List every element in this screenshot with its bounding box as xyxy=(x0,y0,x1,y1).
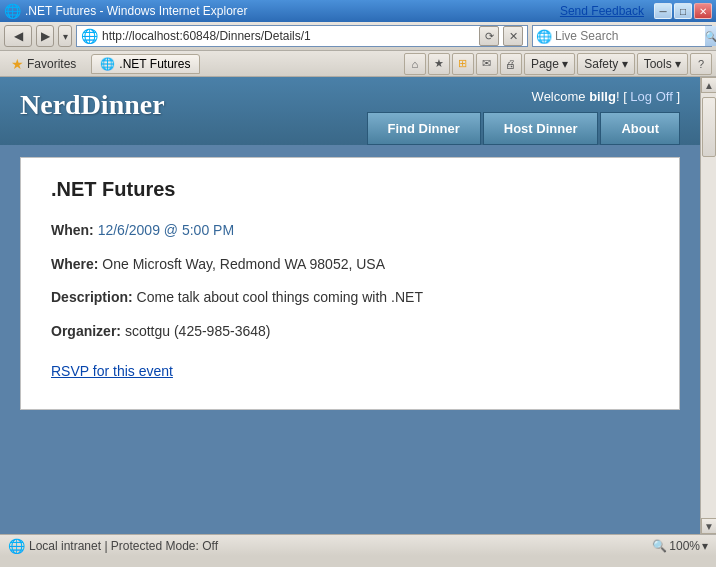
find-dinner-button[interactable]: Find Dinner xyxy=(367,112,481,145)
status-bar: 🌐 Local intranet | Protected Mode: Off 🔍… xyxy=(0,534,716,556)
welcome-text: Welcome xyxy=(532,89,590,104)
search-bar: 🌐 🔍 xyxy=(532,25,712,47)
zone-text: Local intranet | Protected Mode: Off xyxy=(29,539,218,553)
maximize-button[interactable]: □ xyxy=(674,3,692,19)
description-label: Description: xyxy=(51,289,133,305)
log-off-link[interactable]: Log Off xyxy=(630,89,672,104)
content-body: .NET Futures When: 12/6/2009 @ 5:00 PM W… xyxy=(0,145,700,430)
browser-tab[interactable]: 🌐 .NET Futures xyxy=(91,54,199,74)
title-bar-controls: Send Feedback ─ □ ✕ xyxy=(560,3,712,19)
down-arrow-button[interactable]: ▾ xyxy=(58,25,72,47)
send-feedback-link[interactable]: Send Feedback xyxy=(560,4,644,18)
scroll-track[interactable] xyxy=(701,93,716,518)
description-field: Description: Come talk about cool things… xyxy=(51,288,649,308)
close-button[interactable]: ✕ xyxy=(694,3,712,19)
favorites-bar: ★ Favorites 🌐 .NET Futures ⌂ ★ ⊞ ✉ 🖨 Pag… xyxy=(0,51,716,77)
scroll-down-arrow[interactable]: ▼ xyxy=(701,518,716,534)
about-button[interactable]: About xyxy=(600,112,680,145)
favorites-icon2[interactable]: ★ xyxy=(428,53,450,75)
app-logo: NerdDinner xyxy=(20,89,165,121)
scrollbar: ▲ ▼ xyxy=(700,77,716,534)
refresh-button[interactable]: ⟳ xyxy=(479,26,499,46)
tab-label: .NET Futures xyxy=(119,57,190,71)
dinner-card: .NET Futures When: 12/6/2009 @ 5:00 PM W… xyxy=(20,157,680,410)
host-dinner-button[interactable]: Host Dinner xyxy=(483,112,599,145)
exclamation: ! xyxy=(616,89,620,104)
address-toolbar: ◀ ▶ ▾ 🌐 ⟳ ✕ 🌐 🔍 xyxy=(0,22,716,51)
zoom-button[interactable]: 🔍 100% ▾ xyxy=(652,539,708,553)
organizer-label: Organizer: xyxy=(51,323,121,339)
when-label: When: xyxy=(51,222,94,238)
tab-ie-icon: 🌐 xyxy=(100,57,115,71)
zoom-level: 100% xyxy=(669,539,700,553)
rss-icon[interactable]: ⊞ xyxy=(452,53,474,75)
tools-button[interactable]: Tools ▾ xyxy=(637,53,688,75)
title-bar-left: 🌐 .NET Futures - Windows Internet Explor… xyxy=(4,3,248,19)
where-value: One Microsft Way, Redmond WA 98052, USA xyxy=(102,256,385,272)
nav-buttons: Find Dinner Host Dinner About xyxy=(367,112,680,145)
back-button[interactable]: ◀ xyxy=(4,25,32,47)
favorites-button[interactable]: ★ Favorites xyxy=(4,53,83,75)
page-button[interactable]: Page ▾ xyxy=(524,53,575,75)
title-bar: 🌐 .NET Futures - Windows Internet Explor… xyxy=(0,0,716,22)
toolbar-icons-right: ⌂ ★ ⊞ ✉ 🖨 Page ▾ Safety ▾ Tools ▾ ? xyxy=(404,53,712,75)
ie-search-icon: 🌐 xyxy=(533,29,555,44)
organizer-value: scottgu (425-985-3648) xyxy=(125,323,271,339)
when-value: 12/6/2009 @ 5:00 PM xyxy=(98,222,234,238)
ie-logo-icon: 🌐 xyxy=(4,3,21,19)
where-label: Where: xyxy=(51,256,98,272)
bracket-close: ] xyxy=(673,89,680,104)
print-icon[interactable]: 🖨 xyxy=(500,53,522,75)
scroll-up-arrow[interactable]: ▲ xyxy=(701,77,716,93)
safety-button[interactable]: Safety ▾ xyxy=(577,53,634,75)
app-header: NerdDinner Welcome billg! [ Log Off ] Fi… xyxy=(0,77,700,145)
username: billg xyxy=(589,89,616,104)
address-ie-icon: 🌐 xyxy=(81,28,98,44)
mail-icon[interactable]: ✉ xyxy=(476,53,498,75)
zoom-icon: 🔍 xyxy=(652,539,667,553)
stop-button[interactable]: ✕ xyxy=(503,26,523,46)
minimize-button[interactable]: ─ xyxy=(654,3,672,19)
address-bar: 🌐 ⟳ ✕ xyxy=(76,25,528,47)
favorites-star-icon: ★ xyxy=(11,56,24,72)
when-field: When: 12/6/2009 @ 5:00 PM xyxy=(51,221,649,241)
zoom-arrow-icon: ▾ xyxy=(702,539,708,553)
scroll-thumb[interactable] xyxy=(702,97,716,157)
where-field: Where: One Microsft Way, Redmond WA 9805… xyxy=(51,255,649,275)
status-left: 🌐 Local intranet | Protected Mode: Off xyxy=(8,538,644,554)
help-icon[interactable]: ? xyxy=(690,53,712,75)
organizer-field: Organizer: scottgu (425-985-3648) xyxy=(51,322,649,342)
search-submit-button[interactable]: 🔍 xyxy=(705,26,716,46)
page-area: NerdDinner Welcome billg! [ Log Off ] Fi… xyxy=(0,77,700,534)
rsvp-link[interactable]: RSVP for this event xyxy=(51,363,173,379)
welcome-bar: Welcome billg! [ Log Off ] xyxy=(532,89,680,104)
window-title: .NET Futures - Windows Internet Explorer xyxy=(25,4,248,18)
description-value: Come talk about cool things coming with … xyxy=(137,289,423,305)
forward-button[interactable]: ▶ xyxy=(36,25,54,47)
favorites-label: Favorites xyxy=(27,57,76,71)
search-input[interactable] xyxy=(555,29,705,43)
header-right: Welcome billg! [ Log Off ] Find Dinner H… xyxy=(367,89,680,145)
zone-globe-icon: 🌐 xyxy=(8,538,25,554)
address-input[interactable] xyxy=(102,29,475,43)
browser-content: NerdDinner Welcome billg! [ Log Off ] Fi… xyxy=(0,77,716,534)
home-icon[interactable]: ⌂ xyxy=(404,53,426,75)
dinner-title: .NET Futures xyxy=(51,178,649,201)
status-right: 🔍 100% ▾ xyxy=(652,539,708,553)
